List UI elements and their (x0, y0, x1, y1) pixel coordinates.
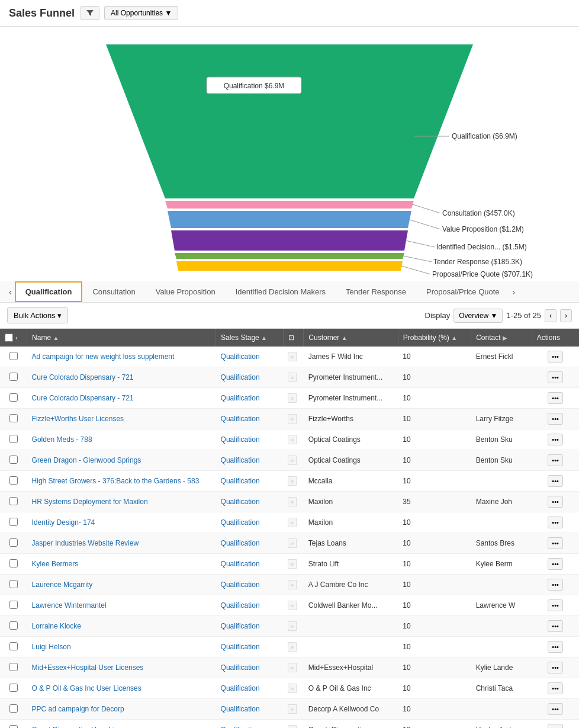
pagination-prev-button[interactable]: ‹ (545, 309, 557, 322)
tab-qualification[interactable]: Qualification (15, 281, 83, 302)
opportunity-name-link[interactable]: Luigi Helson (32, 643, 71, 651)
row-actions-button[interactable]: ••• (548, 682, 563, 694)
stage-double-arrow[interactable]: » (288, 621, 296, 631)
opportunity-name-link[interactable]: Fizzle+Worths User Licenses (32, 415, 124, 423)
opportunity-name-link[interactable]: Laurence Mcgarrity (32, 581, 93, 589)
row-actions-button[interactable]: ••• (548, 475, 563, 487)
opportunity-name-link[interactable]: Ad campaign for new weight loss suppleme… (32, 352, 175, 361)
row-checkbox[interactable] (9, 725, 18, 729)
row-actions-button[interactable]: ••• (548, 371, 563, 383)
pagination-next-button[interactable]: › (560, 309, 572, 322)
row-actions-button[interactable]: ••• (548, 454, 563, 466)
opportunity-name-link[interactable]: Jasper Industries Website Review (32, 539, 139, 547)
col-contact-header[interactable]: Contact ▶ (471, 329, 532, 347)
tabs-prev-button[interactable]: ‹ (6, 283, 15, 302)
row-checkbox[interactable] (9, 642, 18, 650)
funnel-consultation-segment[interactable] (165, 201, 414, 209)
stage-double-arrow[interactable]: » (288, 373, 296, 382)
row-checkbox[interactable] (9, 704, 18, 713)
col-expand-icon[interactable]: ‹ (15, 334, 18, 341)
row-checkbox[interactable] (9, 476, 18, 485)
stage-double-arrow[interactable]: » (288, 559, 296, 569)
stage-double-arrow[interactable]: » (288, 538, 296, 548)
row-actions-button[interactable]: ••• (548, 703, 563, 715)
opportunity-name-link[interactable]: Mid+Essex+Hospital User Licenses (32, 663, 144, 672)
opportunity-name-link[interactable]: Green Dragon - Glenwood Springs (32, 456, 141, 464)
tabs-next-button[interactable]: › (510, 283, 519, 302)
overview-dropdown[interactable]: Overview ▼ (453, 309, 503, 323)
row-checkbox[interactable] (9, 352, 18, 360)
opportunity-name-link[interactable]: Cure Colorado Dispensary - 721 (32, 373, 134, 381)
row-checkbox[interactable] (9, 684, 18, 692)
row-actions-button[interactable]: ••• (548, 662, 563, 674)
stage-double-arrow[interactable]: » (288, 518, 296, 527)
col-probability-header[interactable]: Probability (%) ▲ (398, 329, 471, 347)
stage-double-arrow[interactable]: » (288, 393, 296, 403)
opportunity-name-link[interactable]: Golden Meds - 788 (32, 435, 92, 444)
opportunity-name-link[interactable]: Kylee Bermers (32, 560, 79, 568)
opportunity-name-link[interactable]: O & P Oil & Gas Inc User Licenses (32, 684, 141, 692)
row-actions-button[interactable]: ••• (548, 579, 563, 591)
opportunity-name-link[interactable]: Lorraine Klocke (32, 622, 81, 630)
stage-double-arrow[interactable]: » (288, 601, 296, 610)
stage-double-arrow[interactable]: » (288, 352, 296, 361)
opportunity-name-link[interactable]: HR Systems Deployment for Maxilon (32, 498, 148, 506)
row-checkbox[interactable] (9, 601, 18, 609)
opportunity-name-link[interactable]: PPC ad campaign for Decorp (32, 705, 124, 713)
row-actions-button[interactable]: ••• (548, 620, 563, 632)
funnel-tender-segment[interactable] (175, 253, 404, 259)
stage-double-arrow[interactable]: » (288, 456, 296, 465)
col-customer-header[interactable]: Customer ▲ (304, 329, 398, 347)
stage-double-arrow[interactable]: » (288, 414, 296, 424)
row-actions-button[interactable]: ••• (548, 496, 563, 508)
row-actions-button[interactable]: ••• (548, 641, 563, 653)
filter-button[interactable] (81, 6, 99, 20)
row-checkbox[interactable] (9, 580, 18, 588)
stage-double-arrow[interactable]: » (288, 663, 296, 672)
row-actions-button[interactable]: ••• (548, 537, 563, 549)
opportunity-name-link[interactable]: Identity Design- 174 (32, 518, 95, 527)
row-checkbox[interactable] (9, 663, 18, 671)
stage-double-arrow[interactable]: » (288, 497, 296, 506)
row-actions-button[interactable]: ••• (548, 434, 563, 445)
row-checkbox[interactable] (9, 456, 18, 464)
tab-value-proposition[interactable]: Value Proposition (146, 282, 226, 302)
row-checkbox[interactable] (9, 538, 18, 547)
row-actions-button[interactable]: ••• (548, 517, 563, 528)
row-actions-button[interactable]: ••• (548, 351, 563, 363)
row-checkbox[interactable] (9, 518, 18, 526)
funnel-decision-segment[interactable] (171, 230, 408, 251)
funnel-proposal-segment[interactable] (176, 261, 403, 271)
stage-double-arrow[interactable]: » (288, 580, 296, 589)
stage-double-arrow[interactable]: » (288, 642, 296, 652)
row-checkbox[interactable] (9, 373, 18, 381)
row-checkbox[interactable] (9, 559, 18, 567)
tab-proposal-price-quote[interactable]: Proposal/Price Quote (416, 282, 510, 302)
row-checkbox[interactable] (9, 435, 18, 443)
opportunity-name-link[interactable]: Cure Colorado Dispensary - 721 (32, 394, 134, 402)
stage-filter-icon[interactable]: ⊡ (288, 333, 294, 342)
tab-tender-response[interactable]: Tender Response (336, 282, 416, 302)
opportunity-name-link[interactable]: Quest Diagnostics User Licenses (32, 726, 137, 728)
row-checkbox[interactable] (9, 393, 18, 402)
row-actions-button[interactable]: ••• (548, 413, 563, 425)
tab-identified-decision-makers[interactable]: Identified Decision Makers (226, 282, 336, 302)
row-checkbox[interactable] (9, 621, 18, 630)
stage-double-arrow[interactable]: » (288, 704, 296, 714)
row-actions-button[interactable]: ••• (548, 392, 563, 404)
stage-double-arrow[interactable]: » (288, 435, 296, 444)
funnel-qualification-segment[interactable] (106, 44, 473, 198)
row-actions-button[interactable]: ••• (548, 558, 563, 570)
row-actions-button[interactable]: ••• (548, 599, 563, 611)
row-checkbox[interactable] (9, 414, 18, 422)
stage-double-arrow[interactable]: » (288, 476, 296, 486)
funnel-value-segment[interactable] (168, 211, 411, 228)
col-name-header[interactable]: Name ▲ (27, 329, 216, 347)
opportunity-name-link[interactable]: Lawrence Wintermantel (32, 601, 107, 610)
tab-consultation[interactable]: Consultation (82, 282, 145, 302)
all-opportunities-dropdown[interactable]: All Opportunities ▼ (104, 6, 178, 20)
opportunity-name-link[interactable]: High Street Growers - 376:Back to the Ga… (32, 477, 200, 485)
select-all-checkbox[interactable] (5, 333, 13, 342)
stage-double-arrow[interactable]: » (288, 725, 296, 728)
row-checkbox[interactable] (9, 497, 18, 505)
